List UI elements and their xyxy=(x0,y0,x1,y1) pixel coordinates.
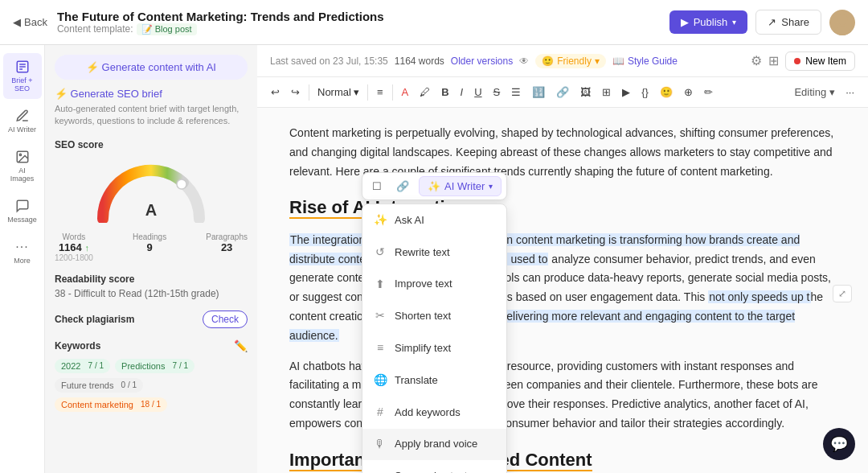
sidebar-item-message[interactable]: Message xyxy=(3,192,42,230)
sidebar-item-brief-seo[interactable]: Brief + SEO xyxy=(3,53,42,99)
main-layout: Brief + SEO AI Writer AI Images Message … xyxy=(0,45,868,473)
share-icon: ↗ xyxy=(768,16,776,28)
emoji-button[interactable]: 🙂 xyxy=(656,84,677,101)
translate-icon: 🌐 xyxy=(374,371,387,390)
style-select-chevron-icon: ▾ xyxy=(354,86,359,98)
keyword-tag-2022[interactable]: 2022 7 / 1 xyxy=(55,359,110,373)
menu-item-label: Add keywords xyxy=(395,404,461,422)
editing-chevron-icon: ▾ xyxy=(829,86,835,98)
back-button[interactable]: ◀ Back xyxy=(13,16,47,28)
new-item-button[interactable]: New Item xyxy=(785,51,855,71)
menu-item-label: Simplify text xyxy=(395,339,451,357)
menu-item-summarize[interactable]: ≡ Summarize text xyxy=(362,460,506,473)
avatar[interactable] xyxy=(829,10,855,35)
header-left: ◀ Back The Future of Content Marketing: … xyxy=(13,10,384,35)
keyword-tag-content-marketing[interactable]: Content marketing 18 / 1 xyxy=(55,397,167,412)
tone-chevron-icon: ▾ xyxy=(595,56,600,67)
redo-button[interactable]: ↪ xyxy=(287,84,304,101)
more-options-button[interactable]: ··· xyxy=(841,84,858,101)
image-button[interactable]: 🖼 xyxy=(576,84,595,101)
align-button[interactable]: ≡ xyxy=(373,84,387,101)
editing-label: Editing xyxy=(794,86,826,98)
menu-item-label: Translate xyxy=(395,372,438,389)
page-title: The Future of Content Marketing: Trends … xyxy=(57,10,384,23)
toolbar-divider xyxy=(309,84,309,101)
plagiarism-label: Check plagiarism xyxy=(55,314,134,325)
chat-bubble[interactable]: 💬 xyxy=(823,428,855,460)
sidebar-item-label: Brief + SEO xyxy=(8,76,37,93)
table-button[interactable]: ⊞ xyxy=(598,84,615,101)
settings-icon[interactable]: ⚙ xyxy=(751,53,762,68)
sidebar-item-ai-writer[interactable]: AI Writer xyxy=(3,102,42,140)
svg-point-0 xyxy=(837,14,848,25)
add-keywords-icon: # xyxy=(374,403,387,422)
publish-button[interactable]: ▶ Publish ▾ xyxy=(669,10,748,34)
numbered-list-button[interactable]: 🔢 xyxy=(528,84,549,101)
improve-icon: ⬆ xyxy=(374,275,387,294)
stat-headings: Headings 9 xyxy=(133,232,166,262)
play-button[interactable]: ▶ xyxy=(618,84,634,101)
menu-item-translate[interactable]: 🌐 Translate xyxy=(362,364,506,397)
code-button[interactable]: {} xyxy=(637,84,653,101)
italic-button[interactable]: I xyxy=(457,84,468,101)
generate-btn-label: ⚡ Generate content with AI xyxy=(86,61,216,73)
eye-icon[interactable]: 👁 xyxy=(519,56,529,67)
sidebar-item-label: AI Images xyxy=(8,167,37,183)
menu-item-rewrite[interactable]: ↺ Rewrite text xyxy=(362,236,506,269)
menu-item-shorten[interactable]: ✂ Shorten text xyxy=(362,300,506,332)
strikethrough-button[interactable]: S xyxy=(489,84,505,101)
sidebar-item-label: AI Writer xyxy=(8,125,36,134)
plagiarism-row: Check plagiarism Check xyxy=(55,311,248,328)
underline-button[interactable]: U xyxy=(470,84,485,101)
ctx-ai-label: AI Writer xyxy=(444,180,485,192)
style-guide-link[interactable]: 📖 Style Guide xyxy=(612,56,678,67)
ctx-ai-writer-button[interactable]: ✨ AI Writer ▾ xyxy=(419,176,502,196)
menu-item-add-keywords[interactable]: # Add keywords xyxy=(362,397,506,429)
menu-item-improve[interactable]: ⬆ Improve text xyxy=(362,269,506,301)
undo-button[interactable]: ↩ xyxy=(267,84,284,101)
seo-brief-link[interactable]: ⚡ Generate SEO brief xyxy=(55,88,248,100)
editing-badge[interactable]: Editing ▾ xyxy=(794,86,835,98)
stat-paragraphs: Paragraphs 23 xyxy=(206,232,248,262)
sidebar-item-ai-images[interactable]: AI Images xyxy=(3,143,42,189)
edit-keywords-icon[interactable]: ✏️ xyxy=(234,339,248,352)
expand-icon[interactable]: ⤢ xyxy=(833,285,852,302)
menu-item-ask-ai[interactable]: ✨ Ask AI xyxy=(362,204,506,236)
font-color-button[interactable]: A xyxy=(398,84,413,101)
rewrite-icon: ↺ xyxy=(374,243,387,262)
keyword-tag-predictions[interactable]: Predictions 7 / 1 xyxy=(115,359,194,373)
sidebar-item-label: Message xyxy=(7,216,37,224)
svg-point-1 xyxy=(833,27,852,35)
older-versions-link[interactable]: Older versions xyxy=(451,56,513,67)
style-select[interactable]: Normal ▾ xyxy=(314,84,362,100)
menu-item-apply-brand-voice[interactable]: 🎙 Apply brand voice xyxy=(362,429,506,461)
ctx-link-button[interactable]: 🔗 xyxy=(391,177,414,195)
link-button[interactable]: 🔗 xyxy=(552,84,573,101)
app-header: ◀ Back The Future of Content Marketing: … xyxy=(0,0,868,45)
bold-button[interactable]: B xyxy=(437,84,452,101)
summarize-icon: ≡ xyxy=(374,467,387,473)
saved-text: Last saved on 23 Jul, 15:35 xyxy=(270,56,388,67)
seo-grade: A xyxy=(145,201,157,220)
editor-content: Content marketing is perpetually evolvin… xyxy=(257,108,868,473)
extra1-button[interactable]: ⊕ xyxy=(680,84,697,101)
ctx-comment-button[interactable]: ☐ xyxy=(367,177,387,195)
highlight-button[interactable]: 🖊 xyxy=(416,84,434,101)
tone-badge[interactable]: 🙂 Friendly ▾ xyxy=(535,54,606,68)
share-button[interactable]: ↗ Share xyxy=(755,10,821,35)
simplify-icon: ≡ xyxy=(374,339,387,358)
grid-icon[interactable]: ⊞ xyxy=(768,53,779,68)
bullet-list-button[interactable]: ☰ xyxy=(507,84,525,101)
svg-point-7 xyxy=(19,154,21,155)
menu-item-label: Improve text xyxy=(395,275,452,293)
sidebar-item-more[interactable]: ··· More xyxy=(3,233,42,271)
blog-tag: 📝 Blog post xyxy=(137,23,197,35)
menu-item-label: Shorten text xyxy=(395,307,451,325)
publish-label: Publish xyxy=(694,16,728,28)
generate-content-button[interactable]: ⚡ Generate content with AI xyxy=(55,55,248,80)
menu-item-simplify[interactable]: ≡ Simplify text xyxy=(362,332,506,364)
check-plagiarism-button[interactable]: Check xyxy=(203,311,248,328)
extra2-button[interactable]: ✏ xyxy=(700,84,717,101)
back-label: Back xyxy=(24,16,47,28)
keyword-tag-future-trends[interactable]: Future trends 0 / 1 xyxy=(55,378,143,393)
